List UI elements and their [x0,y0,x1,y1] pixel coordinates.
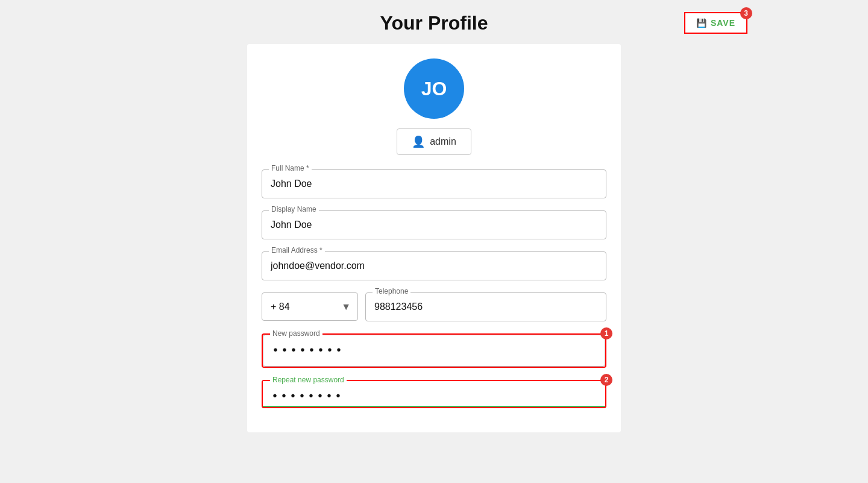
display-name-field-group: Display Name [262,210,606,239]
save-badge: 3 [740,7,752,19]
display-name-input[interactable] [262,210,606,239]
email-field-group: Email Address * [262,251,606,280]
save-label: SAVE [711,18,735,28]
form-section: Full Name * Display Name Email Address *… [262,169,606,408]
full-name-input[interactable] [262,169,606,198]
repeat-password-badge: 2 [600,374,612,386]
new-password-badge: 1 [600,327,612,339]
phone-code-select[interactable]: + 84 + 1 + 44 + 61 [262,292,358,321]
email-label: Email Address * [269,246,325,254]
repeat-password-outer: Repeat new password 2 [262,380,606,408]
page-wrapper: 💾 SAVE 3 Your Profile JO 👤 admin Full Na… [0,12,868,432]
phone-code-wrapper: + 84 + 1 + 44 + 61 ▼ [262,292,358,321]
telephone-field-group: Telephone [365,292,606,321]
display-name-label: Display Name [269,205,319,213]
avatar: JO [404,58,464,119]
full-name-label: Full Name * [269,164,312,172]
repeat-password-wrapper: Repeat new password [262,380,606,408]
save-icon: 💾 [696,18,707,28]
phone-row: + 84 + 1 + 44 + 61 ▼ Telephone [262,292,606,321]
new-password-input[interactable] [263,335,605,367]
username-chip: 👤 admin [397,128,471,155]
email-input[interactable] [262,251,606,280]
repeat-password-label: Repeat new password [270,376,347,384]
telephone-label: Telephone [373,287,410,295]
new-password-outer: New password 1 [262,333,606,368]
person-icon: 👤 [412,135,425,148]
full-name-field-group: Full Name * [262,169,606,198]
new-password-wrapper: New password [262,333,606,368]
page-title: Your Profile [380,12,488,34]
new-password-label: New password [270,329,322,338]
profile-card: JO 👤 admin Full Name * Display Name Emai… [247,44,621,432]
repeat-password-input-wrapper [263,381,605,407]
repeat-password-input[interactable] [263,381,605,407]
telephone-input[interactable] [365,292,606,321]
username-value: admin [430,136,456,147]
save-button-wrapper: 💾 SAVE 3 [684,12,747,34]
save-button[interactable]: 💾 SAVE 3 [684,12,747,34]
